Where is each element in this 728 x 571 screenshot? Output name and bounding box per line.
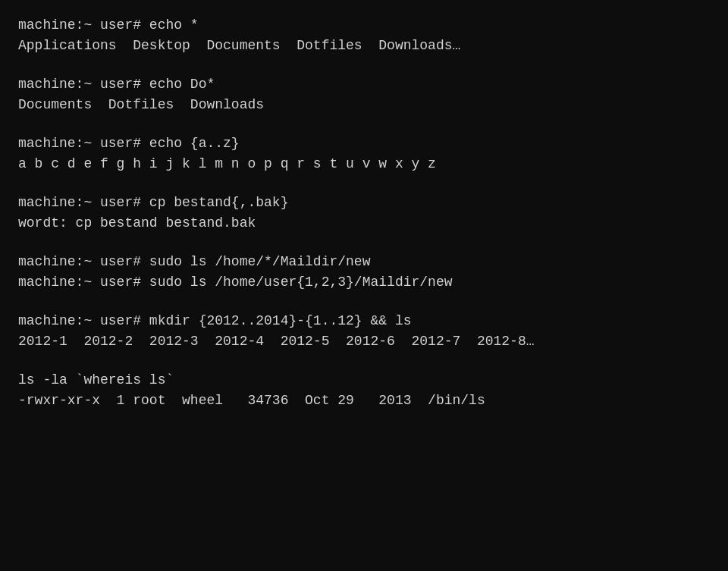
output-3: a b c d e f g h i j k l m n o p q r s t … [18, 154, 710, 174]
command-block-3: machine:~ user# echo {a..z} a b c d e f … [18, 133, 710, 174]
prompt-7: ls -la `whereis ls` [18, 370, 710, 391]
output-1: Applications Desktop Documents Dotfiles … [18, 36, 710, 56]
prompt-5a: machine:~ user# sudo ls /home/*/Maildir/… [18, 252, 710, 272]
command-block-7: ls -la `whereis ls` -rwxr-xr-x 1 root wh… [18, 370, 710, 411]
command-block-4: machine:~ user# cp bestand{,.bak} wordt:… [18, 193, 710, 234]
prompt-3: machine:~ user# echo {a..z} [18, 133, 710, 154]
output-4: wordt: cp bestand bestand.bak [18, 213, 710, 234]
prompt-6: machine:~ user# mkdir {2012..2014}-{1..1… [18, 311, 710, 331]
command-block-5: machine:~ user# sudo ls /home/*/Maildir/… [18, 252, 710, 293]
prompt-4: machine:~ user# cp bestand{,.bak} [18, 193, 710, 213]
command-block-6: machine:~ user# mkdir {2012..2014}-{1..1… [18, 311, 710, 352]
output-6: 2012-1 2012-2 2012-3 2012-4 2012-5 2012-… [18, 331, 710, 352]
command-block-1: machine:~ user# echo * Applications Desk… [18, 15, 710, 56]
output-2: Documents Dotfiles Downloads [18, 95, 710, 115]
output-7: -rwxr-xr-x 1 root wheel 34736 Oct 29 201… [18, 391, 710, 411]
prompt-1: machine:~ user# echo * [18, 15, 710, 36]
terminal: machine:~ user# echo * Applications Desk… [18, 15, 710, 556]
prompt-5b: machine:~ user# sudo ls /home/user{1,2,3… [18, 272, 710, 293]
prompt-2: machine:~ user# echo Do* [18, 74, 710, 95]
command-block-2: machine:~ user# echo Do* Documents Dotfi… [18, 74, 710, 115]
